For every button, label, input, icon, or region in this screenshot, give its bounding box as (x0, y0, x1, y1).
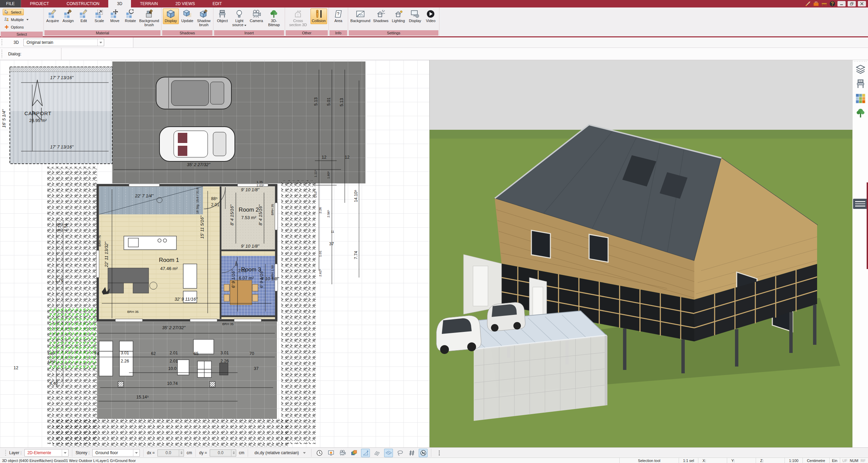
history-button[interactable] (315, 449, 324, 457)
north-toggle-button[interactable] (419, 449, 428, 457)
floor-plan-view[interactable]: CARPORT 26.95 m² 17' 7 13/16" 17' 7 13/1… (0, 60, 429, 448)
panel-menu-button[interactable] (853, 199, 867, 209)
driveway[interactable] (112, 61, 365, 183)
assign-button[interactable]: Assign (61, 8, 76, 24)
area-button[interactable]: Area (330, 8, 346, 24)
rf-indicator: RF (861, 458, 868, 463)
tab-terrain[interactable]: TERRAIN (131, 0, 167, 7)
car-top[interactable] (156, 77, 231, 109)
edit-button[interactable]: Edit (76, 8, 91, 24)
display-cube-icon (166, 10, 175, 18)
svg-text:10.74: 10.74 (167, 381, 177, 386)
move-button[interactable]: Move (108, 8, 122, 24)
object-button[interactable]: Object (215, 8, 230, 24)
svg-text:2.03⁵: 2.03⁵ (257, 183, 264, 187)
scroll-indicator[interactable] (867, 182, 868, 269)
scale-indicator[interactable]: 1:100 (785, 458, 803, 463)
scale-button[interactable]: Scale (92, 8, 107, 24)
terrain-select[interactable]: Original terrain (23, 39, 104, 46)
layers-icon[interactable] (855, 64, 866, 74)
rotate-button[interactable]: Rotate (123, 8, 138, 24)
lighting-button[interactable]: Lighting (391, 8, 407, 24)
dy-spinner[interactable] (231, 450, 236, 456)
grid-toggle-button[interactable] (407, 449, 416, 457)
background-image-icon (356, 10, 365, 18)
car-bottom[interactable] (159, 127, 235, 161)
more-options-button[interactable] (435, 449, 444, 457)
tab-edit[interactable]: EDIT (204, 0, 230, 7)
dy-input[interactable]: 0.0 (210, 449, 236, 457)
cross-section-3d-button: Cross section 3D (286, 8, 310, 28)
toolbar-drag-handle[interactable] (1, 39, 3, 46)
select-button[interactable]: Select (3, 9, 24, 15)
roof-hatch-button[interactable] (373, 449, 381, 457)
tab-2d-views[interactable]: 2D VIEWS (167, 0, 204, 7)
combo-arrow-icon[interactable] (133, 449, 139, 456)
display-setting-button[interactable]: Display (407, 8, 423, 24)
svg-text:5.13: 5.13 (314, 97, 318, 106)
shadow-brush-button[interactable]: Shadow brush (196, 8, 212, 28)
svg-text:12: 12 (345, 155, 350, 160)
combo-arrow-icon[interactable] (302, 449, 307, 456)
slope-tool-button[interactable] (361, 449, 370, 457)
storey-select[interactable]: Ground floor (92, 449, 140, 457)
tab-project[interactable]: PROJECT (21, 0, 58, 7)
carport[interactable]: CARPORT 26.95 m² 17' 7 13/16" 17' 7 13/1… (1, 67, 112, 164)
palette-icon[interactable] (855, 93, 866, 104)
multiple-button[interactable]: Multiple (3, 16, 31, 23)
car-3d-right[interactable] (487, 302, 525, 332)
tools-icon[interactable] (805, 1, 811, 7)
group-label-settings: Settings (349, 30, 438, 36)
bitmap-3d-button[interactable]: 3D-Bitmap (265, 8, 283, 28)
terrain-tool-button[interactable] (396, 449, 404, 457)
select-label: Select (11, 10, 21, 14)
record-video-button[interactable] (338, 449, 347, 457)
video-button[interactable]: Video (424, 8, 438, 24)
background-brush-button[interactable]: Background brush (138, 8, 160, 28)
acquire-button[interactable]: Acquire (45, 8, 60, 24)
furniture-icon[interactable] (855, 79, 866, 89)
background-button[interactable]: Background (350, 8, 371, 24)
car-3d-left[interactable] (436, 316, 481, 354)
dx-input[interactable]: 0.0 (157, 449, 184, 457)
toolbar-drag-handle[interactable] (5, 449, 6, 456)
layer-visibility-button[interactable] (350, 449, 358, 457)
coordinate-mode-select[interactable]: dx,dy (relative cartesian) (251, 449, 308, 457)
restore-button[interactable] (848, 1, 856, 6)
unit-indicator[interactable]: Centimetre (803, 458, 829, 463)
toolbox-icon[interactable] (813, 1, 819, 7)
titlebar-icons (805, 0, 868, 7)
layer-select[interactable]: 2D-Elemente (24, 449, 69, 457)
workshop-icon[interactable] (821, 1, 827, 7)
group-material: Acquire Assign Edit Scale Move Rotate Ba… (44, 7, 162, 36)
surface-tool-button[interactable] (384, 449, 393, 457)
light-source-button[interactable]: Light source (231, 8, 248, 28)
update-shadows-button[interactable]: Update (180, 8, 195, 24)
strip-drag-handle[interactable] (853, 61, 867, 62)
close-button[interactable] (858, 1, 866, 6)
svg-text:22' 7 1/4": 22' 7 1/4" (135, 193, 154, 198)
view-3d[interactable] (429, 60, 853, 448)
tab-construction[interactable]: CONSTRUCTION (58, 0, 108, 7)
screen-capture-button[interactable] (326, 449, 335, 457)
svg-text:2.26: 2.26 (121, 359, 129, 363)
combo-arrow-icon[interactable] (97, 39, 104, 46)
group-info: Area Info (329, 7, 348, 36)
collision-button[interactable]: Collision (310, 8, 327, 24)
kitchen-counter[interactable] (124, 236, 176, 250)
display-shadows-button[interactable]: Display (163, 8, 179, 24)
tab-file[interactable]: FILE (0, 0, 21, 7)
dx-spinner[interactable] (179, 450, 184, 456)
tab-3d[interactable]: 3D (108, 0, 131, 7)
plants-icon[interactable] (855, 108, 866, 118)
svg-text:1.13: 1.13 (314, 192, 317, 198)
combo-arrow-icon[interactable] (62, 449, 68, 456)
toolbar-drag-handle[interactable] (1, 49, 3, 58)
camera-button[interactable]: Camera (249, 8, 264, 24)
shadows-setting-button[interactable]: Shadows (372, 8, 390, 24)
options-button[interactable]: Options (3, 24, 26, 30)
house-light-icon (394, 10, 403, 18)
help-icon[interactable] (829, 1, 835, 7)
svg-text:22' 11 13/32": 22' 11 13/32" (104, 241, 109, 267)
minimize-button[interactable] (837, 1, 846, 6)
